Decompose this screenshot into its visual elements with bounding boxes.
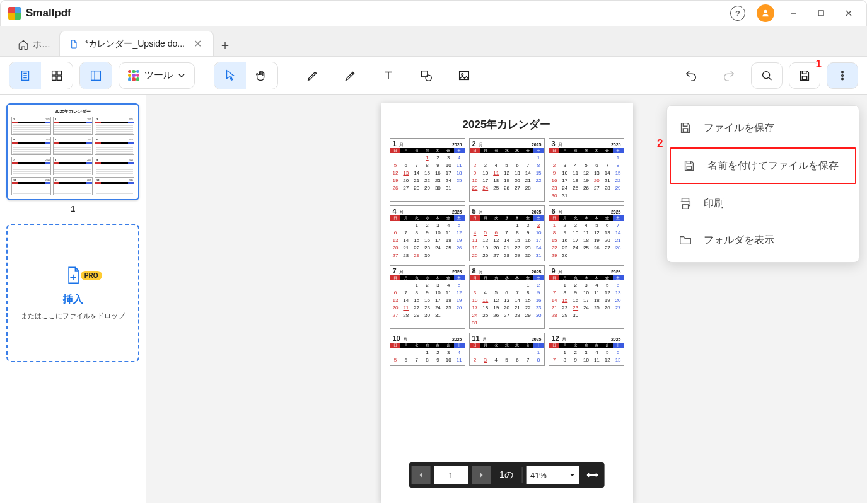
avatar-icon <box>757 4 774 22</box>
svg-point-21 <box>842 71 844 73</box>
tab-bar: ホ… *カレンダー_Upside do... ✕ ＋ <box>0 26 867 57</box>
callout-1: 1 <box>816 58 822 71</box>
zoom-select[interactable]: 41% <box>527 466 579 484</box>
undo-button[interactable] <box>675 62 707 89</box>
menu-print[interactable]: 印刷 <box>667 185 859 222</box>
svg-rect-11 <box>57 76 61 79</box>
redo-button[interactable] <box>713 62 745 89</box>
document-title: 2025年カレンダー <box>390 117 624 132</box>
print-icon <box>678 197 692 210</box>
window-maximize-button[interactable] <box>807 3 835 23</box>
shape-tool-button[interactable] <box>410 62 442 89</box>
page-controls: 1の 41% <box>409 462 605 488</box>
avatar-button[interactable] <box>752 3 779 23</box>
text-tool-button[interactable] <box>373 62 404 89</box>
svg-rect-8 <box>52 71 56 74</box>
save-icon <box>678 121 692 135</box>
svg-rect-1 <box>818 11 823 16</box>
sidebar-toggle-button[interactable] <box>80 62 112 89</box>
pen-tool-button[interactable] <box>297 62 329 89</box>
folder-icon <box>678 233 692 247</box>
tab-close-button[interactable]: ✕ <box>191 38 204 50</box>
svg-rect-27 <box>687 166 691 170</box>
more-menu-button[interactable] <box>827 62 858 89</box>
svg-point-18 <box>763 71 770 78</box>
chevron-down-icon <box>178 72 185 79</box>
thumbnail-number: 1 <box>6 204 139 214</box>
view-single-button[interactable] <box>9 62 41 89</box>
document-plus-icon <box>64 266 82 286</box>
search-button[interactable] <box>751 62 783 89</box>
svg-rect-29 <box>682 205 688 209</box>
save-as-icon <box>682 159 696 173</box>
zoom-value: 41% <box>530 471 547 480</box>
help-icon: ? <box>730 6 745 21</box>
tools-label: ツール <box>144 69 173 81</box>
help-button[interactable]: ? <box>724 3 752 23</box>
svg-point-22 <box>842 74 844 76</box>
svg-rect-9 <box>57 71 61 74</box>
window-minimize-button[interactable] <box>779 3 807 23</box>
tab-document[interactable]: *カレンダー_Upside do... ✕ <box>59 31 214 56</box>
prev-page-button[interactable] <box>411 466 430 484</box>
select-tool-button[interactable] <box>214 62 246 89</box>
pan-tool-button[interactable] <box>246 62 277 89</box>
pro-badge: PRO <box>81 271 102 280</box>
svg-rect-10 <box>52 76 56 79</box>
page-thumbnail[interactable]: 2025年カレンダー 12025220253202542025520256202… <box>6 103 139 200</box>
more-menu: ファイルを保存 名前を付けてファイルを保存 印刷 フォルダを表示 <box>666 105 859 263</box>
callout-2: 2 <box>657 137 663 150</box>
titlebar: Smallpdf ? <box>0 0 867 26</box>
highlighter-tool-button[interactable] <box>335 62 366 89</box>
window-close-button[interactable] <box>835 3 863 23</box>
svg-rect-26 <box>683 129 687 132</box>
svg-rect-12 <box>91 71 101 80</box>
svg-rect-28 <box>682 198 689 202</box>
view-group <box>9 62 73 89</box>
insert-label: 挿入 <box>63 293 83 306</box>
thumbnail-title: 2025年カレンダー <box>11 108 134 115</box>
toolbar: ツール <box>0 57 867 94</box>
logo-icon <box>8 7 21 20</box>
tab-home-label: ホ… <box>33 39 50 50</box>
page-content: 2025年カレンダー 1月2025日月火水木金土1234567891011121… <box>381 103 633 503</box>
svg-line-19 <box>769 77 771 80</box>
next-page-button[interactable] <box>472 466 491 484</box>
menu-saveas-label: 名前を付けてファイルを保存 <box>707 159 839 173</box>
menu-print-label: 印刷 <box>704 197 724 210</box>
svg-point-23 <box>842 78 844 80</box>
menu-save-as[interactable]: 名前を付けてファイルを保存 <box>670 147 856 184</box>
page-total-label: 1の <box>494 469 518 481</box>
app-name: Smallpdf <box>26 7 71 20</box>
svg-point-17 <box>462 73 463 75</box>
drop-hint: またはここにファイルをドロップ <box>21 311 125 321</box>
app-logo: Smallpdf <box>8 7 71 20</box>
fit-width-button[interactable] <box>583 466 602 484</box>
page-number-input[interactable] <box>434 466 468 484</box>
tab-document-label: *カレンダー_Upside do... <box>85 38 185 50</box>
insert-dropzone[interactable]: PRO 挿入 またはここにファイルをドロップ <box>6 224 139 362</box>
menu-save-label: ファイルを保存 <box>704 122 774 135</box>
svg-rect-20 <box>802 76 806 79</box>
tools-button[interactable]: ツール <box>119 62 195 89</box>
menu-save-file[interactable]: ファイルを保存 <box>667 110 859 146</box>
view-grid-button[interactable] <box>41 62 73 89</box>
tools-icon <box>128 70 139 81</box>
sidebar-toggle-group <box>79 62 112 89</box>
image-tool-button[interactable] <box>448 62 480 89</box>
menu-folder-label: フォルダを表示 <box>704 234 774 247</box>
svg-point-15 <box>426 75 431 81</box>
new-tab-button[interactable]: ＋ <box>214 33 236 56</box>
home-icon <box>18 39 29 50</box>
tab-home[interactable]: ホ… <box>9 33 59 56</box>
cursor-group <box>214 62 278 89</box>
menu-show-folder[interactable]: フォルダを表示 <box>667 222 859 258</box>
document-icon <box>69 39 79 49</box>
sidebar: 2025年カレンダー 12025220253202542025520256202… <box>0 94 146 503</box>
chevron-down-icon <box>569 472 576 478</box>
